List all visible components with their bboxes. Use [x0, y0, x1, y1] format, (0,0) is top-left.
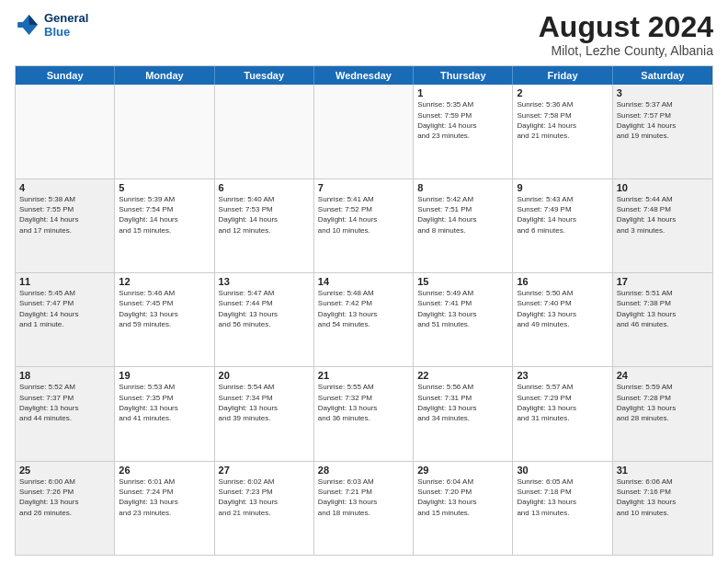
- day-number: 18: [19, 370, 110, 381]
- cell-line: Sunset: 7:51 PM: [417, 205, 508, 214]
- weekday-header: Saturday: [613, 66, 712, 85]
- calendar-cell: 25Sunrise: 6:00 AMSunset: 7:26 PMDayligh…: [16, 462, 115, 555]
- cell-line: Daylight: 13 hours: [119, 498, 210, 507]
- cell-line: and 3 minutes.: [617, 226, 709, 236]
- month-year: August 2024: [539, 11, 713, 43]
- cell-line: Sunset: 7:41 PM: [417, 299, 508, 308]
- calendar-cell: 5Sunrise: 5:39 AMSunset: 7:54 PMDaylight…: [115, 179, 214, 272]
- calendar-cell: [115, 85, 214, 178]
- calendar-body: 1Sunrise: 5:35 AMSunset: 7:59 PMDaylight…: [16, 85, 712, 555]
- cell-line: Sunrise: 5:49 AM: [417, 289, 508, 298]
- calendar-cell: 27Sunrise: 6:02 AMSunset: 7:23 PMDayligh…: [215, 462, 314, 555]
- cell-line: Sunset: 7:21 PM: [318, 488, 409, 497]
- header: General Blue August 2024 Milot, Lezhe Co…: [15, 11, 713, 58]
- cell-line: Sunrise: 5:54 AM: [219, 383, 310, 392]
- cell-line: Daylight: 13 hours: [219, 310, 310, 319]
- cell-line: Sunrise: 5:38 AM: [19, 195, 110, 204]
- cell-line: Sunrise: 5:48 AM: [318, 289, 409, 298]
- calendar-cell: 14Sunrise: 5:48 AMSunset: 7:42 PMDayligh…: [314, 273, 414, 366]
- logo-icon: [15, 12, 40, 38]
- calendar-cell: 18Sunrise: 5:52 AMSunset: 7:37 PMDayligh…: [16, 367, 115, 460]
- cell-line: Sunset: 7:32 PM: [318, 394, 409, 403]
- day-number: 14: [318, 276, 409, 287]
- cell-line: Sunset: 7:53 PM: [219, 205, 310, 214]
- cell-line: Daylight: 13 hours: [219, 404, 310, 413]
- day-number: 19: [119, 370, 210, 381]
- calendar-cell: 1Sunrise: 5:35 AMSunset: 7:59 PMDaylight…: [414, 85, 513, 178]
- title-area: August 2024 Milot, Lezhe County, Albania: [539, 11, 713, 58]
- day-number: 10: [617, 182, 709, 193]
- cell-line: Daylight: 14 hours: [318, 215, 409, 224]
- day-number: 26: [119, 465, 210, 476]
- logo-text: General Blue: [44, 11, 88, 39]
- calendar-row: 25Sunrise: 6:00 AMSunset: 7:26 PMDayligh…: [16, 461, 712, 555]
- cell-line: and 51 minutes.: [417, 320, 508, 329]
- day-number: 27: [219, 465, 310, 476]
- cell-line: Daylight: 13 hours: [119, 310, 210, 319]
- calendar-cell: 30Sunrise: 6:05 AMSunset: 7:18 PMDayligh…: [513, 462, 612, 555]
- cell-line: and 56 minutes.: [219, 320, 310, 329]
- cell-line: and 31 minutes.: [517, 414, 608, 423]
- cell-line: and 46 minutes.: [617, 320, 709, 329]
- calendar-cell: 3Sunrise: 5:37 AMSunset: 7:57 PMDaylight…: [613, 85, 712, 178]
- calendar: SundayMondayTuesdayWednesdayThursdayFrid…: [15, 65, 713, 556]
- calendar-cell: 28Sunrise: 6:03 AMSunset: 7:21 PMDayligh…: [314, 462, 414, 555]
- calendar-cell: 9Sunrise: 5:43 AMSunset: 7:49 PMDaylight…: [513, 179, 612, 272]
- cell-line: Daylight: 14 hours: [417, 215, 508, 224]
- calendar-cell: 8Sunrise: 5:42 AMSunset: 7:51 PMDaylight…: [414, 179, 513, 272]
- cell-line: Daylight: 13 hours: [119, 404, 210, 413]
- day-number: 5: [119, 182, 210, 193]
- cell-line: Daylight: 13 hours: [617, 310, 709, 319]
- cell-line: Daylight: 13 hours: [617, 498, 709, 507]
- calendar-row: 4Sunrise: 5:38 AMSunset: 7:55 PMDaylight…: [16, 178, 712, 272]
- cell-line: Daylight: 14 hours: [219, 215, 310, 224]
- cell-line: Sunset: 7:31 PM: [417, 394, 508, 403]
- cell-line: Sunrise: 5:43 AM: [517, 195, 608, 204]
- day-number: 22: [417, 370, 508, 381]
- calendar-cell: 22Sunrise: 5:56 AMSunset: 7:31 PMDayligh…: [414, 367, 513, 460]
- day-number: 21: [318, 370, 409, 381]
- cell-line: Sunset: 7:57 PM: [617, 111, 709, 121]
- weekday-header: Tuesday: [215, 66, 314, 85]
- cell-line: Daylight: 13 hours: [517, 310, 608, 319]
- cell-line: Sunset: 7:26 PM: [19, 488, 110, 497]
- cell-line: Daylight: 14 hours: [417, 121, 508, 131]
- cell-line: and 28 minutes.: [617, 414, 709, 423]
- cell-line: Sunset: 7:18 PM: [517, 488, 608, 497]
- cell-line: Sunrise: 5:37 AM: [617, 100, 709, 109]
- calendar-cell: 15Sunrise: 5:49 AMSunset: 7:41 PMDayligh…: [414, 273, 513, 366]
- cell-line: and 49 minutes.: [517, 320, 608, 329]
- cell-line: Sunset: 7:20 PM: [417, 488, 508, 497]
- calendar-cell: 31Sunrise: 6:06 AMSunset: 7:16 PMDayligh…: [613, 462, 712, 555]
- calendar-cell: 2Sunrise: 5:36 AMSunset: 7:58 PMDaylight…: [513, 85, 612, 178]
- weekday-header: Monday: [115, 66, 214, 85]
- cell-line: Sunrise: 5:50 AM: [517, 289, 608, 298]
- cell-line: Sunset: 7:58 PM: [517, 111, 608, 121]
- cell-line: Daylight: 13 hours: [417, 498, 508, 507]
- cell-line: and 54 minutes.: [318, 320, 409, 329]
- day-number: 3: [617, 87, 709, 98]
- day-number: 29: [417, 465, 508, 476]
- cell-line: Sunrise: 6:05 AM: [517, 477, 608, 487]
- cell-line: and 26 minutes.: [19, 509, 110, 518]
- cell-line: Daylight: 14 hours: [617, 215, 709, 224]
- day-number: 17: [617, 276, 709, 287]
- cell-line: and 21 minutes.: [219, 509, 310, 518]
- cell-line: Sunset: 7:35 PM: [119, 394, 210, 403]
- day-number: 12: [119, 276, 210, 287]
- cell-line: Daylight: 13 hours: [318, 310, 409, 319]
- cell-line: and 59 minutes.: [119, 320, 210, 329]
- cell-line: Sunset: 7:42 PM: [318, 299, 409, 308]
- day-number: 20: [219, 370, 310, 381]
- cell-line: Daylight: 13 hours: [219, 498, 310, 507]
- calendar-cell: 7Sunrise: 5:41 AMSunset: 7:52 PMDaylight…: [314, 179, 414, 272]
- location: Milot, Lezhe County, Albania: [539, 43, 713, 58]
- calendar-cell: [215, 85, 314, 178]
- cell-line: Daylight: 13 hours: [19, 404, 110, 413]
- calendar-cell: 4Sunrise: 5:38 AMSunset: 7:55 PMDaylight…: [16, 179, 115, 272]
- cell-line: Sunset: 7:52 PM: [318, 205, 409, 214]
- cell-line: and 12 minutes.: [219, 226, 310, 236]
- cell-line: and 23 minutes.: [119, 509, 210, 518]
- cell-line: Daylight: 13 hours: [517, 498, 608, 507]
- calendar-cell: 13Sunrise: 5:47 AMSunset: 7:44 PMDayligh…: [215, 273, 314, 366]
